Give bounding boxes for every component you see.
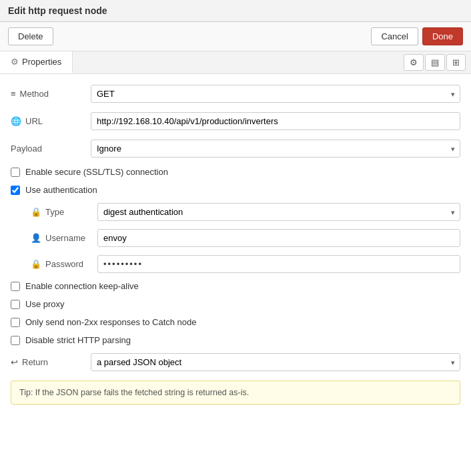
toolbar: Delete Cancel Done: [0, 22, 471, 51]
password-label: 🔒 Password: [31, 259, 97, 269]
password-input[interactable]: [97, 255, 460, 273]
proxy-label[interactable]: Use proxy: [25, 299, 65, 309]
type-select[interactable]: basic authentication digest authenticati…: [97, 203, 460, 221]
title-bar: Edit http request node: [0, 0, 471, 22]
return-select[interactable]: a UTF-8 string a binary buffer a parsed …: [91, 353, 460, 371]
form-body: ≡ Method GET POST PUT DELETE PATCH HEAD …: [0, 74, 471, 415]
auth-row: Use authentication: [11, 185, 460, 195]
strict-label[interactable]: Disable strict HTTP parsing: [25, 335, 131, 345]
keepalive-label[interactable]: Enable connection keep-alive: [25, 281, 139, 291]
gear-icon: ⚙: [11, 57, 19, 67]
method-icon: ≡: [11, 89, 16, 99]
password-icon: 🔒: [31, 259, 41, 269]
method-select[interactable]: GET POST PUT DELETE PATCH HEAD: [91, 85, 460, 103]
return-select-wrapper: a UTF-8 string a binary buffer a parsed …: [91, 353, 460, 371]
keepalive-checkbox[interactable]: [11, 282, 20, 291]
non2xx-checkbox[interactable]: [11, 318, 20, 327]
type-lock-icon: 🔒: [31, 207, 41, 217]
toolbar-left: Delete: [8, 27, 366, 45]
payload-select[interactable]: Ignore as UTF-8 string as a binary buffe…: [91, 140, 460, 158]
url-icon: 🌐: [11, 116, 21, 126]
ssl-row: Enable secure (SSL/TLS) connection: [11, 167, 460, 177]
non2xx-label[interactable]: Only send non-2xx responses to Catch nod…: [25, 317, 197, 327]
delete-button[interactable]: Delete: [8, 27, 53, 45]
password-row: 🔒 Password: [31, 255, 460, 273]
payload-row: Payload Ignore as UTF-8 string as a bina…: [11, 140, 460, 158]
return-label: ↩ Return: [11, 357, 91, 367]
tip-text: Tip: If the JSON parse fails the fetched…: [19, 388, 249, 397]
username-row: 👤 Username: [31, 229, 460, 247]
payload-select-wrapper: Ignore as UTF-8 string as a binary buffe…: [91, 140, 460, 158]
return-row: ↩ Return a UTF-8 string a binary buffer …: [11, 353, 460, 371]
strict-row: Disable strict HTTP parsing: [11, 335, 460, 345]
tab-grid-icon-button[interactable]: ⊞: [446, 54, 466, 71]
tip-box: Tip: If the JSON parse fails the fetched…: [11, 381, 460, 405]
method-select-wrapper: GET POST PUT DELETE PATCH HEAD ▾: [91, 85, 460, 103]
proxy-row: Use proxy: [11, 299, 460, 309]
dialog-title: Edit http request node: [8, 5, 107, 16]
tab-properties[interactable]: ⚙ Properties: [0, 51, 73, 73]
auth-section: 🔒 Type basic authentication digest authe…: [11, 203, 460, 273]
payload-label: Payload: [11, 144, 91, 154]
tabs-row: ⚙ Properties ⚙ ▤ ⊞: [0, 51, 471, 74]
url-input[interactable]: [91, 112, 460, 130]
type-row: 🔒 Type basic authentication digest authe…: [31, 203, 460, 221]
method-label: ≡ Method: [11, 89, 91, 99]
return-icon: ↩: [11, 357, 18, 367]
type-select-wrapper: basic authentication digest authenticati…: [97, 203, 460, 221]
proxy-checkbox[interactable]: [11, 300, 20, 309]
strict-checkbox[interactable]: [11, 336, 20, 345]
keepalive-row: Enable connection keep-alive: [11, 281, 460, 291]
auth-label[interactable]: Use authentication: [25, 185, 97, 195]
auth-checkbox[interactable]: [11, 186, 20, 195]
cancel-button[interactable]: Cancel: [371, 27, 418, 45]
done-button[interactable]: Done: [422, 27, 463, 45]
toolbar-right: Cancel Done: [371, 27, 463, 45]
tab-settings-icon-button[interactable]: ⚙: [404, 54, 424, 71]
username-icon: 👤: [31, 233, 41, 243]
url-row: 🌐 URL: [11, 112, 460, 130]
tab-icon-buttons: ⚙ ▤ ⊞: [404, 54, 471, 71]
method-row: ≡ Method GET POST PUT DELETE PATCH HEAD …: [11, 85, 460, 103]
username-input[interactable]: [97, 229, 460, 247]
ssl-label[interactable]: Enable secure (SSL/TLS) connection: [25, 167, 168, 177]
tab-properties-label: Properties: [22, 57, 61, 67]
type-label: 🔒 Type: [31, 207, 97, 217]
url-label: 🌐 URL: [11, 116, 91, 126]
tab-description-icon-button[interactable]: ▤: [425, 54, 445, 71]
non2xx-row: Only send non-2xx responses to Catch nod…: [11, 317, 460, 327]
username-label: 👤 Username: [31, 233, 97, 243]
ssl-checkbox[interactable]: [11, 168, 20, 177]
